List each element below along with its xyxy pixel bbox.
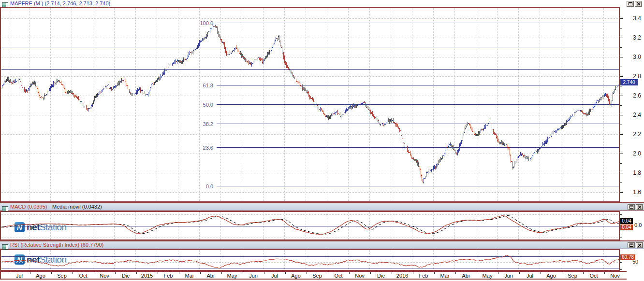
x-axis-label: Feb — [419, 273, 428, 279]
svg-text:23.6: 23.6 — [203, 145, 213, 151]
macd-panel-header: MACD (0.0395) Media móvil (0.0432) — [0, 202, 644, 211]
x-axis-label: Jul — [527, 273, 533, 279]
time-axis-tick — [392, 272, 392, 274]
svg-text:2.0: 2.0 — [633, 150, 641, 157]
x-axis-label: Dic — [122, 273, 130, 279]
x-axis-label: Sep — [312, 273, 322, 279]
macd-signal-label: Media móvil (0.0432) — [52, 204, 102, 210]
time-axis-tick — [158, 272, 158, 274]
x-axis-label: Jun — [504, 273, 513, 279]
svg-text:100.0: 100.0 — [200, 20, 213, 26]
svg-text:3.0: 3.0 — [633, 54, 641, 60]
time-axis-tick — [562, 272, 562, 274]
rsi-maximize-button[interactable] — [628, 242, 635, 248]
chart-panel-icon — [2, 205, 8, 210]
svg-text:2.2: 2.2 — [633, 131, 641, 138]
rsi-value-box: 60.78 — [620, 254, 635, 260]
time-axis-tick — [264, 272, 264, 274]
rsi-panel-header: RSI (Relative Strength Index) (60.7790) — [0, 240, 644, 249]
time-axis-tick — [30, 272, 30, 274]
rsi-indicator-label: RSI (Relative Strength Index) (60.7790) — [10, 242, 103, 248]
svg-text:1.6: 1.6 — [633, 189, 641, 196]
x-axis-label: May — [483, 273, 493, 279]
time-axis-tick — [51, 272, 52, 274]
time-axis-tick — [94, 272, 94, 274]
time-axis-tick — [519, 272, 520, 274]
close-icon — [638, 205, 642, 209]
time-axis-tick — [115, 272, 116, 274]
x-axis-label: 2015 — [141, 273, 153, 279]
maximize-icon — [629, 243, 634, 247]
macd-value-box: 0.04 — [620, 225, 633, 230]
svg-text:0.0: 0.0 — [206, 183, 213, 189]
maximize-button[interactable] — [627, 1, 634, 7]
time-axis-tick — [455, 272, 456, 274]
svg-text:2.8: 2.8 — [633, 73, 641, 80]
x-axis-label: Nov — [100, 273, 109, 279]
x-axis-label: Mar — [185, 273, 194, 279]
time-axis-tick — [349, 272, 350, 274]
x-axis-label: Mar — [440, 273, 450, 279]
x-axis-label: Ago — [546, 273, 556, 279]
x-axis-label: 2016 — [396, 273, 408, 279]
time-axis-tick — [434, 272, 435, 274]
last-price-box: 2.740 — [620, 79, 638, 85]
x-axis-label: Dic — [377, 273, 385, 279]
time-axis-tick — [583, 272, 584, 274]
chart-panel-icon — [2, 1, 8, 6]
time-axis-tick — [221, 272, 222, 274]
svg-text:3.4: 3.4 — [633, 15, 641, 22]
close-icon — [637, 2, 641, 6]
window-title: MAPFRE (M ) (2.714, 2.746, 2.713, 2.740) — [10, 0, 110, 6]
x-axis-label: Ago — [291, 273, 301, 279]
time-axis-tick — [541, 272, 541, 274]
svg-text:2.6: 2.6 — [633, 92, 641, 99]
maximize-icon — [628, 2, 633, 6]
time-axis-tick — [477, 272, 477, 274]
maximize-icon — [629, 205, 634, 209]
time-axis-tick — [370, 272, 371, 274]
price-chart-canvas[interactable]: 3.43.23.02.82.62.42.22.01.81.6100.061.85… — [0, 7, 644, 202]
macd-signal-value-box: 0.04 — [620, 218, 633, 224]
x-axis-label: Jun — [249, 273, 258, 279]
rsi-chart-canvas[interactable] — [0, 249, 644, 271]
main-title-bar: MAPFRE (M ) (2.714, 2.746, 2.713, 2.740) — [0, 0, 644, 7]
time-axis-tick — [179, 272, 179, 274]
x-axis-label: Nov — [610, 273, 620, 279]
close-button[interactable] — [635, 1, 642, 7]
time-axis-tick — [307, 272, 307, 274]
macd-indicator-label: MACD (0.0395) — [10, 204, 47, 210]
x-axis-label: Abr — [206, 273, 215, 279]
macd-close-button[interactable] — [636, 204, 643, 210]
x-axis-label: Sep — [57, 273, 67, 279]
time-axis-tick — [9, 272, 9, 274]
x-axis-label: Sep — [568, 273, 577, 279]
x-axis-label: Oct — [79, 273, 87, 279]
x-axis-label: Jul — [271, 273, 278, 279]
macd-chart-canvas[interactable] — [0, 211, 644, 240]
close-icon — [638, 243, 642, 247]
svg-text:61.8: 61.8 — [203, 83, 213, 88]
x-axis-label: Ago — [36, 273, 45, 279]
time-axis-tick — [498, 272, 498, 274]
time-axis-tick — [604, 272, 605, 274]
time-axis-tick — [73, 272, 73, 274]
svg-text:1.8: 1.8 — [633, 169, 641, 176]
time-axis-tick — [243, 272, 243, 274]
rsi-close-button[interactable] — [636, 242, 643, 248]
x-axis-label: May — [227, 273, 237, 279]
x-axis-label: Jul — [16, 273, 23, 279]
x-axis-label: Feb — [164, 273, 173, 279]
time-axis-tick — [200, 272, 201, 274]
x-axis-label: Oct — [589, 273, 598, 279]
macd-maximize-button[interactable] — [628, 204, 635, 210]
time-axis-tick — [136, 272, 137, 274]
time-axis-tick — [328, 272, 328, 274]
x-axis-label: Nov — [355, 273, 365, 279]
x-axis-label: Oct — [334, 273, 342, 279]
time-axis[interactable]: JulAgoSepOctNovDic2015FebMarAbrMayJunJul… — [0, 271, 627, 280]
svg-text:38.2: 38.2 — [203, 121, 213, 127]
chart-panel-icon — [2, 243, 8, 248]
x-axis-label: Abr — [462, 273, 470, 279]
svg-text:2.4: 2.4 — [633, 112, 641, 118]
